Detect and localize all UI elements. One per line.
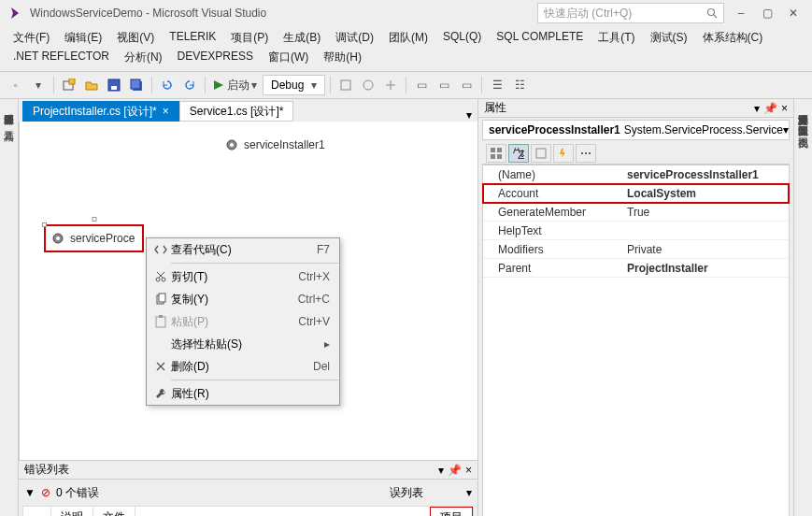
menu-analyze[interactable]: 分析(N) xyxy=(117,48,170,67)
minimize-button[interactable]: – xyxy=(728,4,754,22)
prop-extra-button[interactable]: ⋯ xyxy=(576,144,596,163)
tail-label[interactable]: 误列表 xyxy=(390,485,423,501)
left-dock: 服务器资源管理器 工具箱 xyxy=(0,99,19,516)
menu-edit[interactable]: 编辑(E) xyxy=(57,28,109,48)
property-row[interactable]: ParentProjectInstaller xyxy=(483,259,789,278)
undo-button[interactable] xyxy=(157,75,178,95)
menu-sqlcomplete[interactable]: SQL COMPLETE xyxy=(489,28,591,48)
menu-window[interactable]: 窗口(W) xyxy=(261,48,316,67)
close-tab-icon[interactable]: × xyxy=(163,105,169,118)
properties-page-button[interactable] xyxy=(531,144,551,163)
start-button[interactable]: 启动 ▾ xyxy=(210,75,261,95)
menu-devexpress[interactable]: DEVEXPRESS xyxy=(170,48,261,67)
team-explorer-tab[interactable]: 团队资源管理器 xyxy=(794,114,812,122)
toolbar: ◦ ▾ 启动 ▾ Debug ▾ ▭ ▭ ▭ ☰ ☷ xyxy=(0,71,812,99)
close-button[interactable]: ✕ xyxy=(780,4,806,22)
property-value[interactable]: True xyxy=(623,206,789,219)
save-all-button[interactable] xyxy=(126,75,147,95)
menu-team[interactable]: 团队(M) xyxy=(381,28,435,48)
menu-architecture[interactable]: 体系结构(C) xyxy=(695,28,771,48)
panel-dropdown-icon[interactable]: ▾ xyxy=(438,464,444,477)
tool-icon-8[interactable]: ☷ xyxy=(509,75,530,95)
config-value: Debug xyxy=(271,79,304,92)
property-value[interactable]: serviceProcessInstaller1 xyxy=(623,168,789,181)
menu-file[interactable]: 文件(F) xyxy=(6,28,57,48)
serviceinstaller-component[interactable]: serviceInstaller1 xyxy=(225,138,325,151)
context-menu-item[interactable]: 选择性粘贴(S)▸ xyxy=(147,333,339,355)
server-explorer-tab[interactable]: 服务器资源管理器 xyxy=(0,103,18,110)
panel-close-icon[interactable]: × xyxy=(465,464,472,477)
col-description[interactable]: 说明 xyxy=(51,507,93,516)
serviceprocessinstaller-component[interactable]: serviceProce xyxy=(44,224,144,252)
menu-telerik[interactable]: TELERIK xyxy=(162,28,223,48)
toolbox-tab[interactable]: 工具箱 xyxy=(0,120,18,127)
property-row[interactable]: ModifiersPrivate xyxy=(483,240,789,259)
context-menu-label: 粘贴(P) xyxy=(171,314,298,330)
pin-icon[interactable]: 📌 xyxy=(763,102,777,115)
nav-back-button[interactable]: ◦ xyxy=(6,75,26,95)
categorized-button[interactable] xyxy=(486,144,506,163)
menu-project[interactable]: 项目(P) xyxy=(223,28,276,48)
open-button[interactable] xyxy=(81,75,102,95)
menu-view[interactable]: 视图(V) xyxy=(109,28,162,48)
svg-point-21 xyxy=(156,278,160,281)
events-button[interactable] xyxy=(553,144,574,163)
property-row[interactable]: AccountLocalSystem xyxy=(483,184,789,203)
config-dropdown[interactable]: Debug ▾ xyxy=(263,75,325,95)
context-menu-item[interactable]: 复制(Y)Ctrl+C xyxy=(147,288,339,310)
nav-forward-button[interactable]: ▾ xyxy=(28,75,49,95)
property-value[interactable]: LocalSystem xyxy=(623,187,789,200)
context-menu-item[interactable]: 删除(D)Del xyxy=(147,355,339,378)
property-row[interactable]: (Name)serviceProcessInstaller1 xyxy=(483,165,789,184)
tab-service1[interactable]: Service1.cs [设计]* xyxy=(179,101,294,122)
context-menu-item[interactable]: 查看代码(C)F7 xyxy=(147,238,339,261)
error-icon: ⊘ xyxy=(41,486,50,499)
menu-build[interactable]: 生成(B) xyxy=(276,28,328,48)
menubar: 文件(F) 编辑(E) 视图(V) TELERIK 项目(P) 生成(B) 调试… xyxy=(0,26,812,71)
properties-panel: 属性 ▾ 📌 × serviceProcessInstaller1 System… xyxy=(477,99,793,516)
tab-overflow-button[interactable]: ▾ xyxy=(461,108,477,122)
tool-icon-1[interactable] xyxy=(335,75,356,95)
tool-icon-6[interactable]: ▭ xyxy=(456,75,477,95)
panel-dropdown-icon[interactable]: ▾ xyxy=(754,102,760,115)
tool-icon-3[interactable] xyxy=(380,75,401,95)
menu-test[interactable]: 测试(S) xyxy=(643,28,695,48)
panel-close-icon[interactable]: × xyxy=(781,102,788,115)
menu-debug[interactable]: 调试(D) xyxy=(328,28,381,48)
class-view-tab[interactable]: 类视图 xyxy=(794,125,812,133)
redo-button[interactable] xyxy=(179,75,200,95)
zero-errors-label[interactable]: 0 个错误 xyxy=(56,485,99,501)
menu-help[interactable]: 帮助(H) xyxy=(316,48,369,67)
menu-tools[interactable]: 工具(T) xyxy=(591,28,642,48)
svg-rect-20 xyxy=(536,149,546,158)
context-menu-item: 粘贴(P)Ctrl+V xyxy=(147,310,339,333)
tool-icon-2[interactable] xyxy=(358,75,378,95)
property-row[interactable]: GenerateMemberTrue xyxy=(483,203,789,222)
context-menu-item[interactable]: 属性(R) xyxy=(147,382,339,405)
tool-icon-7[interactable]: ☰ xyxy=(487,75,507,95)
filter-icon[interactable]: ▼ xyxy=(24,486,36,499)
new-project-button[interactable] xyxy=(59,75,79,95)
col-project[interactable]: 项目 xyxy=(430,507,473,516)
quick-launch-input[interactable]: 快速启动 (Ctrl+Q) xyxy=(537,3,724,23)
property-value[interactable]: Private xyxy=(623,243,789,256)
tool-icon-5[interactable]: ▭ xyxy=(434,75,454,95)
save-button[interactable] xyxy=(104,75,124,95)
alphabetical-button[interactable]: AZ xyxy=(508,144,529,163)
solution-explorer-tab[interactable]: 解决方案资源管理器 xyxy=(794,103,812,110)
col-file[interactable]: 文件 xyxy=(93,507,135,516)
svg-text:Z: Z xyxy=(518,149,524,159)
tool-icon-4[interactable]: ▭ xyxy=(411,75,432,95)
property-object-selector[interactable]: serviceProcessInstaller1 System.ServiceP… xyxy=(482,120,790,140)
menu-sql[interactable]: SQL(Q) xyxy=(435,28,489,48)
maximize-button[interactable]: ▢ xyxy=(754,4,780,22)
menu-reflector[interactable]: .NET REFLECTOR xyxy=(6,48,117,67)
context-menu-item[interactable]: 剪切(T)Ctrl+X xyxy=(147,265,339,288)
pin-icon[interactable]: 📌 xyxy=(448,464,462,477)
property-row[interactable]: HelpText xyxy=(483,222,789,240)
property-grid: (Name)serviceProcessInstaller1AccountLoc… xyxy=(482,165,790,516)
property-value[interactable]: ProjectInstaller xyxy=(623,262,789,275)
svg-rect-14 xyxy=(491,148,495,152)
error-list-title: 错误列表 xyxy=(24,462,69,478)
tab-projectinstaller[interactable]: ProjectInstaller.cs [设计]* × xyxy=(22,101,179,122)
